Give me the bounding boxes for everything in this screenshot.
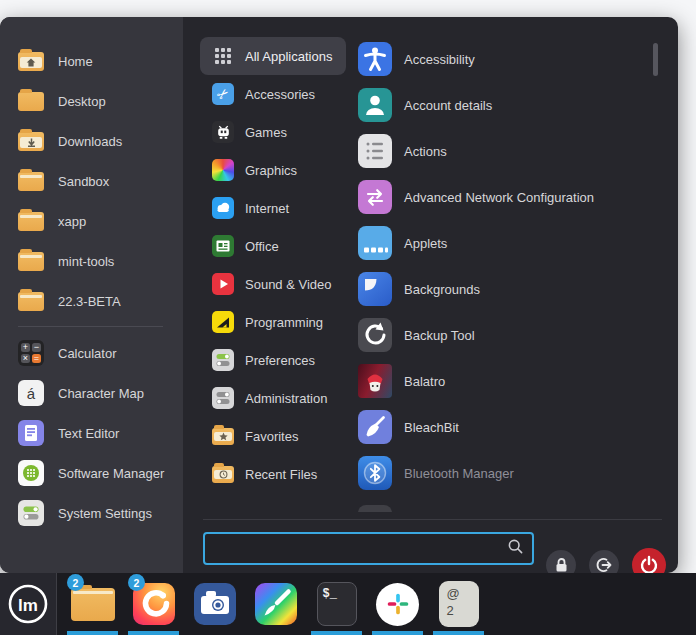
taskbar: lm 2 2 $_ — [0, 573, 696, 635]
folder-icon — [18, 92, 44, 111]
sidebar-item-downloads[interactable]: Downloads — [0, 121, 183, 161]
search-input[interactable] — [205, 541, 507, 556]
category-games[interactable]: Games — [200, 113, 301, 151]
category-accessories[interactable]: ✂ Accessories — [200, 75, 329, 113]
actions-list-icon — [358, 134, 392, 168]
cloud-icon — [212, 197, 234, 219]
category-all-applications[interactable]: All Applications — [200, 37, 346, 75]
slack-icon — [376, 583, 419, 626]
backup-arrow-icon — [358, 318, 392, 352]
taskbar-item-terminal[interactable]: $_ — [310, 573, 363, 635]
window-list: 2 2 $_ — [66, 573, 485, 635]
open-window-indicator — [433, 631, 484, 635]
category-sound-video[interactable]: Sound & Video — [200, 265, 346, 303]
document-icon — [212, 235, 234, 257]
taskbar-item-screenshot[interactable] — [188, 573, 241, 635]
taskbar-item-drawing[interactable] — [249, 573, 302, 635]
account-icon — [358, 88, 392, 122]
category-list: All Applications ✂ Accessories Games Gra… — [200, 37, 346, 493]
category-administration[interactable]: Administration — [200, 379, 341, 417]
apps-scrollbar[interactable] — [653, 43, 658, 76]
logout-icon — [595, 556, 613, 574]
character-map-icon: á — [18, 380, 44, 406]
notification-badge: 2 — [128, 574, 145, 591]
category-recent-files[interactable]: Recent Files — [200, 455, 331, 493]
category-favorites[interactable]: Favorites — [200, 417, 312, 455]
system-settings-icon — [18, 500, 44, 526]
taskbar-item-text-doc[interactable]: @ 2 — [432, 573, 485, 635]
applets-icon — [358, 226, 392, 260]
scissors-icon: ✂ — [212, 83, 234, 105]
category-preferences[interactable]: Preferences — [200, 341, 329, 379]
sidebar-item-software-manager[interactable]: Software Manager — [0, 453, 183, 493]
play-icon — [212, 273, 234, 295]
app-backgrounds[interactable]: Backgrounds — [358, 266, 658, 312]
mint-logo-icon: lm — [6, 582, 50, 626]
lock-icon — [554, 557, 569, 573]
category-programming[interactable]: Programming — [200, 303, 337, 341]
category-graphics[interactable]: Graphics — [200, 151, 311, 189]
sidebar-item-text-editor[interactable]: Text Editor — [0, 413, 183, 453]
calculator-icon: +−×= — [18, 340, 44, 366]
sidebar-item-calculator[interactable]: +−×= Calculator — [0, 333, 183, 373]
folder-icon — [18, 212, 44, 231]
software-manager-icon — [18, 460, 44, 486]
paintbrush-icon — [255, 583, 297, 625]
sidebar-item-22-3-beta[interactable]: 22.3-BETA — [0, 281, 183, 321]
sidebar-item-system-settings[interactable]: System Settings — [0, 493, 183, 533]
grid-icon — [212, 45, 234, 67]
taskbar-item-files[interactable]: 2 — [66, 573, 119, 635]
clock-folder-icon — [212, 466, 234, 483]
open-window-indicator — [372, 631, 423, 635]
menu-sidebar: Home Desktop Downloads Sandbox xapp mint… — [0, 17, 183, 573]
open-window-indicator — [311, 631, 362, 635]
main-menu: Home Desktop Downloads Sandbox xapp mint… — [0, 17, 678, 573]
svg-text:lm: lm — [18, 596, 38, 615]
bluetooth-icon — [358, 456, 392, 490]
app-advanced-network-configuration[interactable]: Advanced Network Configuration — [358, 174, 658, 220]
app-balatro[interactable]: Balatro — [358, 358, 658, 404]
accessibility-icon — [358, 42, 392, 76]
search-divider — [203, 519, 662, 520]
taskbar-item-slack[interactable] — [371, 573, 424, 635]
open-window-indicator — [67, 631, 118, 635]
sidebar-separator — [18, 326, 163, 327]
sidebar-item-label: Home — [58, 54, 93, 69]
balatro-icon — [358, 364, 392, 398]
app-bluetooth-manager[interactable]: Bluetooth Manager — [358, 450, 658, 496]
toggles-gray-icon — [212, 387, 234, 409]
app-actions[interactable]: Actions — [358, 128, 658, 174]
app-accessibility[interactable]: Accessibility — [358, 36, 658, 82]
star-folder-icon — [212, 428, 234, 445]
sidebar-item-character-map[interactable]: á Character Map — [0, 373, 183, 413]
text-editor-icon — [18, 420, 44, 446]
backgrounds-icon — [358, 272, 392, 306]
sidebar-item-home[interactable]: Home — [0, 41, 183, 81]
desktop: { "menu": { "sidebar": { "places": [ {"l… — [0, 0, 696, 635]
toggles-green-icon — [212, 349, 234, 371]
downloads-folder-icon — [18, 132, 44, 151]
search-bar — [203, 532, 534, 565]
app-applets[interactable]: Applets — [358, 220, 658, 266]
app-bleachbit[interactable]: BleachBit — [358, 404, 658, 450]
set-square-icon — [212, 311, 234, 333]
menu-button[interactable]: lm — [0, 573, 57, 635]
sidebar-item-desktop[interactable]: Desktop — [0, 81, 183, 121]
app-backup-tool[interactable]: Backup Tool — [358, 312, 658, 358]
invader-icon — [212, 121, 234, 143]
category-office[interactable]: Office — [200, 227, 293, 265]
sidebar-item-sandbox[interactable]: Sandbox — [0, 161, 183, 201]
network-arrows-icon — [358, 180, 392, 214]
folder-icon — [18, 252, 44, 271]
sidebar-item-xapp[interactable]: xapp — [0, 201, 183, 241]
search-icon — [507, 538, 524, 559]
folder-icon — [18, 172, 44, 191]
sidebar-item-mint-tools[interactable]: mint-tools — [0, 241, 183, 281]
category-internet[interactable]: Internet — [200, 189, 303, 227]
at-document-icon: @ 2 — [439, 581, 479, 627]
power-icon — [639, 555, 659, 575]
notification-badge: 2 — [67, 574, 84, 591]
app-account-details[interactable]: Account details — [358, 82, 658, 128]
terminal-icon: $_ — [317, 582, 357, 626]
taskbar-item-firefox[interactable]: 2 — [127, 573, 180, 635]
